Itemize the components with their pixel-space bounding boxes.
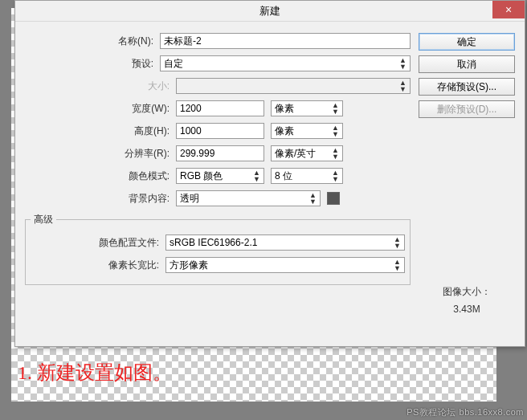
size-select: ▲▼ (176, 78, 411, 94)
size-label: 大小: (25, 80, 170, 93)
ok-button[interactable]: 确定 (419, 33, 515, 51)
height-unit-select[interactable]: 像素 ▲▼ (271, 123, 343, 139)
aspect-select[interactable]: 方形像素 ▲▼ (165, 257, 405, 273)
image-size-value: 3.43M (419, 301, 515, 319)
image-size-info: 图像大小： 3.43M (419, 283, 515, 318)
dropdown-icon: ▲▼ (399, 57, 406, 70)
bg-select[interactable]: 透明 ▲▼ (176, 190, 321, 206)
preset-select[interactable]: 自定 ▲▼ (160, 55, 411, 71)
mode-value: RGB 颜色 (180, 169, 223, 183)
name-input[interactable] (160, 33, 411, 49)
resolution-unit-value: 像素/英寸 (275, 147, 316, 161)
dropdown-icon: ▲▼ (332, 147, 339, 160)
resolution-unit-select[interactable]: 像素/英寸 ▲▼ (271, 145, 343, 161)
depth-select[interactable]: 8 位 ▲▼ (271, 168, 343, 184)
preset-label: 预设: (25, 57, 153, 71)
height-input[interactable] (176, 123, 264, 139)
height-unit-value: 像素 (275, 124, 294, 138)
bg-color-swatch[interactable] (327, 192, 340, 205)
advanced-legend: 高级 (31, 213, 56, 226)
dropdown-icon: ▲▼ (332, 124, 339, 137)
dropdown-icon: ▲▼ (394, 259, 401, 271)
mode-select[interactable]: RGB 颜色 ▲▼ (176, 168, 264, 184)
dropdown-icon: ▲▼ (309, 192, 317, 205)
new-document-dialog: 新建 × 名称(N): 预设: 自定 ▲▼ 大小: ▲▼ (14, 0, 525, 347)
advanced-fieldset: 高级 颜色配置文件: sRGB IEC61966-2.1 ▲▼ 像素长宽比: 方… (25, 213, 411, 285)
dialog-title: 新建 (259, 4, 280, 18)
width-label: 宽度(W): (25, 102, 170, 116)
cancel-button[interactable]: 取消 (419, 55, 515, 73)
titlebar: 新建 × (15, 1, 525, 22)
width-input[interactable] (176, 100, 264, 116)
close-button[interactable]: × (492, 1, 525, 18)
dropdown-icon: ▲▼ (332, 169, 339, 182)
delete-preset-button: 删除预设(D)... (419, 100, 515, 118)
height-label: 高度(H): (25, 124, 170, 138)
watermark-text: PS教程论坛 bbs.16xx8.com (406, 406, 524, 418)
resolution-input[interactable] (176, 145, 264, 161)
profile-value: sRGB IEC61966-2.1 (170, 237, 257, 248)
close-icon: × (505, 4, 512, 15)
dropdown-icon: ▲▼ (253, 169, 260, 182)
resolution-label: 分辨率(R): (25, 147, 170, 161)
bg-label: 背景内容: (25, 192, 170, 206)
profile-label: 颜色配置文件: (31, 236, 159, 250)
mode-label: 颜色模式: (25, 169, 170, 183)
dropdown-icon: ▲▼ (332, 102, 339, 115)
preset-value: 自定 (164, 57, 183, 71)
save-preset-button[interactable]: 存储预设(S)... (419, 78, 515, 96)
name-label: 名称(N): (25, 35, 153, 48)
bg-value: 透明 (180, 192, 199, 206)
annotation-text: 1. 新建设置如图。 (18, 360, 172, 385)
aspect-label: 像素长宽比: (31, 259, 159, 272)
width-unit-select[interactable]: 像素 ▲▼ (271, 100, 343, 116)
dropdown-icon: ▲▼ (394, 236, 401, 249)
image-size-label: 图像大小： (419, 283, 515, 301)
width-unit-value: 像素 (275, 102, 294, 116)
dropdown-icon: ▲▼ (399, 80, 406, 92)
profile-select[interactable]: sRGB IEC61966-2.1 ▲▼ (165, 234, 405, 251)
aspect-value: 方形像素 (170, 259, 208, 272)
depth-value: 8 位 (275, 169, 292, 183)
